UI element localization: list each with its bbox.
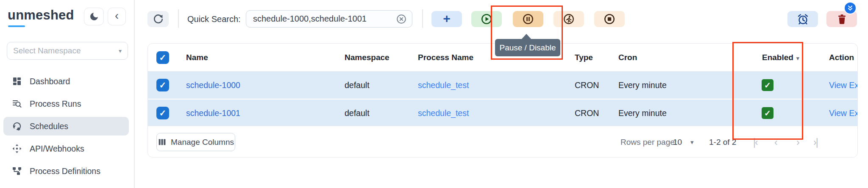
quick-search-label: Quick Search: xyxy=(187,14,241,24)
resume-enable-button[interactable] xyxy=(554,11,584,27)
table-row[interactable]: ✓ schedule-1000 default schedule_test CR… xyxy=(148,72,857,99)
schedules-page: unmeshed ‹ Select Namespace ▾ Dashboard xyxy=(0,0,868,188)
sidebar-item-process-definitions[interactable]: Process Definitions xyxy=(3,162,129,180)
manage-columns-button[interactable]: Manage Columns xyxy=(156,133,235,151)
quick-search-field xyxy=(246,10,412,28)
table-row[interactable]: ✓ schedule-1001 default schedule_test CR… xyxy=(148,99,857,126)
dark-mode-toggle[interactable] xyxy=(84,8,104,25)
pagination-last-icon[interactable]: ›| xyxy=(813,126,818,158)
sidebar: unmeshed ‹ Select Namespace ▾ Dashboard xyxy=(0,0,135,188)
sidebar-item-schedules[interactable]: Schedules xyxy=(3,117,129,135)
run-button[interactable] xyxy=(471,11,502,27)
create-schedule-button[interactable]: + xyxy=(431,11,462,27)
schedule-name-link[interactable]: schedule-1001 xyxy=(186,100,240,127)
double-chevron-down-icon xyxy=(846,4,854,12)
tooltip-arrow xyxy=(521,34,531,39)
select-all-checkbox[interactable]: ✓ xyxy=(156,44,169,72)
rows-per-page-select[interactable]: 10 xyxy=(673,126,682,158)
sidebar-item-label: Process Definitions xyxy=(30,166,100,176)
cron-cell: Every minute xyxy=(618,100,667,127)
namespace-cell: default xyxy=(345,72,370,99)
manage-columns-label: Manage Columns xyxy=(171,138,234,147)
column-header-enabled[interactable]: Enabled ▾ xyxy=(762,44,799,72)
dashboard-icon xyxy=(12,76,22,86)
column-header-name[interactable]: Name xyxy=(186,44,208,72)
column-header-cron[interactable]: Cron xyxy=(618,44,637,72)
columns-icon xyxy=(158,138,167,147)
scroll-notice-badge[interactable] xyxy=(844,2,857,14)
alarm-clock-icon xyxy=(797,13,809,25)
type-cell: CRON xyxy=(575,100,599,127)
process-name-link[interactable]: schedule_test xyxy=(418,72,469,99)
schedule-timer-button[interactable] xyxy=(787,11,818,27)
sidebar-item-label: API/Webhooks xyxy=(30,144,84,154)
process-runs-icon xyxy=(12,99,22,109)
pagination-first-icon[interactable]: |‹ xyxy=(753,126,757,158)
chevron-down-icon: ▾ xyxy=(119,47,122,54)
column-header-type[interactable]: Type xyxy=(575,44,593,72)
check-icon: ✓ xyxy=(159,80,167,90)
sidebar-item-dashboard[interactable]: Dashboard xyxy=(3,72,129,91)
process-definitions-icon xyxy=(12,166,22,176)
cron-cell: Every minute xyxy=(618,72,667,99)
tooltip-text: Pause / Disable xyxy=(499,43,556,53)
sidebar-item-label: Process Runs xyxy=(30,99,81,109)
moon-icon xyxy=(89,11,99,22)
rows-per-page-label: Rows per page: xyxy=(620,126,677,158)
row-checkbox[interactable]: ✓ xyxy=(156,72,169,99)
quick-search-input[interactable] xyxy=(246,14,396,24)
schedules-icon xyxy=(12,121,22,131)
sidebar-collapse-button[interactable]: ‹ xyxy=(108,8,126,25)
view-executions-link[interactable]: View Executions xyxy=(829,72,858,99)
sidebar-item-label: Dashboard xyxy=(30,77,70,86)
sidebar-item-process-runs[interactable]: Process Runs xyxy=(3,94,129,113)
rows-per-page-caret-icon[interactable]: ▾ xyxy=(690,126,694,158)
check-icon: ✓ xyxy=(764,108,771,118)
type-cell: CRON xyxy=(575,72,599,99)
chevron-left-icon: ‹ xyxy=(115,10,119,22)
schedule-name-link[interactable]: schedule-1000 xyxy=(186,72,240,99)
api-webhooks-icon xyxy=(12,144,22,154)
namespace-placeholder: Select Namespace xyxy=(13,46,119,55)
pagination-range-label: 1-2 of 2 xyxy=(709,126,736,158)
play-circle-icon xyxy=(481,13,492,25)
logo-underline xyxy=(8,25,25,27)
trash-icon xyxy=(836,14,848,25)
refresh-button[interactable] xyxy=(147,11,169,27)
check-icon: ✓ xyxy=(764,80,771,90)
plus-icon: + xyxy=(443,11,451,26)
column-header-process-name[interactable]: Process Name xyxy=(418,44,473,72)
pause-circle-icon xyxy=(522,13,534,25)
pause-disable-button[interactable] xyxy=(513,11,543,27)
row-checkbox[interactable]: ✓ xyxy=(156,100,169,127)
process-name-link[interactable]: schedule_test xyxy=(418,100,469,127)
sort-caret-icon: ▾ xyxy=(796,54,799,61)
refresh-icon xyxy=(153,14,164,25)
stop-button[interactable] xyxy=(594,11,625,27)
pause-disable-tooltip: Pause / Disable xyxy=(495,39,560,56)
namespace-select[interactable]: Select Namespace ▾ xyxy=(7,42,128,60)
sidebar-item-label: Schedules xyxy=(30,122,68,131)
column-header-enabled-label: Enabled xyxy=(762,53,793,62)
enabled-checkbox[interactable]: ✓ xyxy=(762,100,773,127)
column-header-namespace[interactable]: Namespace xyxy=(345,44,389,72)
clear-circle-icon[interactable] xyxy=(396,14,407,25)
stop-circle-icon xyxy=(604,13,615,25)
table-footer: Manage Columns Rows per page: 10 ▾ 1-2 o… xyxy=(148,126,857,158)
pagination-prev-icon[interactable]: ‹ xyxy=(774,126,777,158)
schedules-table: ✓ Name Namespace Process Name Type Cron … xyxy=(147,43,858,158)
pagination-next-icon[interactable]: › xyxy=(796,126,799,158)
check-icon: ✓ xyxy=(159,108,167,118)
toolbar-divider xyxy=(178,9,179,28)
app-logo: unmeshed xyxy=(8,8,74,23)
sidebar-item-api-webhooks[interactable]: API/Webhooks xyxy=(3,139,129,158)
check-icon: ✓ xyxy=(159,53,167,63)
resume-person-circle-icon xyxy=(563,13,575,25)
view-executions-link[interactable]: View Executions xyxy=(829,100,858,127)
enabled-checkbox[interactable]: ✓ xyxy=(762,72,773,99)
toolbar-divider xyxy=(422,9,423,28)
namespace-cell: default xyxy=(345,100,370,127)
column-header-action[interactable]: Action xyxy=(829,44,858,72)
